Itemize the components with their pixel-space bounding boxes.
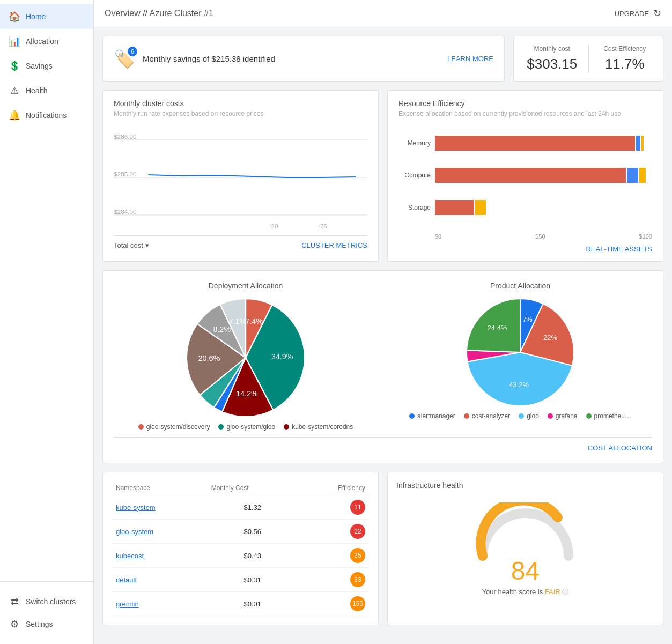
sidebar-item-settings[interactable]: ⚙Settings [9, 613, 85, 635]
ns-name: gloo-system [112, 520, 207, 544]
top-row: 🏷️ 6 Monthly savings of $215.38 identifi… [102, 36, 663, 82]
resource-efficiency-card: Resource Efficiency Expense allocation b… [387, 90, 663, 262]
pie-label: 43.2% [509, 381, 529, 389]
settings-icon: ⚙ [9, 618, 20, 630]
sidebar-item-notifications[interactable]: 🔔Notifications [0, 103, 93, 128]
axis-label-0: $0 [435, 233, 441, 240]
legend-item: gloo-system/gloo [218, 423, 275, 431]
cluster-metrics-link[interactable]: CLUSTER METRICS [301, 241, 367, 249]
efficiency-value: 11.7% [597, 56, 653, 72]
pie-label: 7.4% [245, 317, 263, 325]
axis-label-100: $100 [639, 233, 652, 240]
deployment-allocation-section: Deployment Allocation 7.4%34.9%14.2%20.6… [114, 282, 378, 431]
pie-label: 22% [543, 334, 557, 342]
bar-label: Memory [398, 139, 431, 147]
ns-name: kubecost [112, 544, 207, 568]
ns-cost: $0.31 [207, 568, 298, 592]
upgrade-button[interactable]: UPGRADE [615, 10, 649, 18]
legend-dot [586, 413, 592, 419]
ns-efficiency: 11 [298, 495, 370, 520]
learn-more-link[interactable]: LEARN MORE [447, 55, 493, 63]
ns-efficiency: 35 [298, 544, 370, 568]
sidebar-item-switch-clusters[interactable]: ⇄Switch clusters [9, 590, 85, 613]
table-row: gloo-system $0.56 22 [112, 520, 370, 544]
real-time-link[interactable]: REAL-TIME ASSETS [398, 240, 652, 258]
axis-label-50: $50 [535, 233, 545, 240]
product-pie-chart: 7%22%43.2%24.4% [467, 299, 574, 406]
bar-row-storage: Storage [398, 200, 652, 215]
sidebar-bottom: ⇄Switch clusters⚙Settings [0, 581, 93, 644]
ns-link[interactable]: gremlin [116, 600, 139, 608]
legend-label: grafana [556, 412, 578, 420]
ns-name: kube-system [112, 495, 207, 520]
bar-segment [435, 168, 626, 183]
bar-track [435, 168, 652, 183]
ns-link[interactable]: gloo-system [116, 528, 153, 536]
sidebar-item-savings[interactable]: 💲Savings [0, 54, 93, 78]
health-icon: ⚠ [9, 85, 20, 97]
legend-item: kube-system/coredns [284, 423, 353, 431]
health-gauge-wrap: 84 Your health score is FAIR ⓘ [396, 492, 654, 597]
health-rating: FAIR [545, 588, 560, 596]
savings-badge-wrap: 🏷️ 6 [114, 49, 135, 69]
page-title: Overview // Azure Cluster #1 [105, 9, 213, 18]
dashboard-content: 🏷️ 6 Monthly savings of $215.38 identifi… [94, 27, 672, 634]
legend-item: grafana [548, 412, 578, 420]
allocation-inner: Deployment Allocation 7.4%34.9%14.2%20.6… [114, 282, 652, 431]
svg-text:$284.00: $284.00 [114, 209, 137, 215]
ns-link[interactable]: kube-system [116, 504, 156, 512]
bar-segment [627, 168, 638, 183]
efficiency-badge: 155 [350, 596, 365, 611]
product-allocation-title: Product Allocation [388, 282, 652, 290]
sidebar-nav: 🏠Home📊Allocation💲Savings⚠Health🔔Notifica… [0, 0, 93, 581]
ns-efficiency: 22 [298, 520, 370, 544]
switch-clusters-icon: ⇄ [9, 596, 20, 608]
legend-dot [284, 424, 289, 430]
sidebar-item-allocation[interactable]: 📊Allocation [0, 29, 93, 54]
bottom-row: Namespace Monthly Cost Efficiency kube-s… [102, 472, 663, 625]
resource-bar-chart: MemoryComputeStorage [398, 124, 652, 231]
table-row: kubecost $0.43 35 [112, 544, 370, 568]
ns-link[interactable]: kubecost [116, 552, 144, 560]
main-content: Overview // Azure Cluster #1 UPGRADE ↻ 🏷… [94, 0, 672, 644]
efficiency-badge: 22 [350, 524, 365, 539]
health-info-icon[interactable]: ⓘ [562, 588, 568, 596]
sidebar-item-health[interactable]: ⚠Health [0, 78, 93, 103]
bar-segment [641, 136, 644, 151]
ns-cost: $0.01 [207, 592, 298, 616]
monthly-cost-item: Monthly cost $303.15 [525, 45, 580, 72]
legend-label: alertmanager [417, 412, 455, 420]
bar-label: Storage [398, 204, 431, 211]
pie-label: 34.9% [271, 352, 293, 361]
savings-card: 🏷️ 6 Monthly savings of $215.38 identifi… [102, 36, 505, 82]
line-chart: $286.00 $285.00 $284.00 :20 :25 [114, 124, 367, 231]
pie-label: 24.4% [488, 324, 507, 332]
sidebar-item-home[interactable]: 🏠Home [0, 4, 93, 29]
deployment-pie-chart: 7.4%34.9%14.2%20.6%8.2%7.1% [187, 299, 305, 417]
total-cost-dropdown[interactable]: Total cost ▾ [114, 241, 149, 249]
legend-label: gloo-system/gloo [226, 423, 275, 431]
cluster-cost-card: Monthly cluster costs Monthly run rate e… [102, 90, 379, 262]
cost-divider [588, 45, 589, 72]
legend-dot [548, 413, 553, 419]
legend-label: prometheu… [594, 412, 631, 420]
legend-dot [464, 413, 469, 419]
svg-text:$285.00: $285.00 [114, 171, 137, 177]
legend-item: alertmanager [409, 412, 455, 420]
product-pie-wrap: 7%22%43.2%24.4% [388, 299, 652, 406]
savings-text: Monthly savings of $215.38 identified [143, 54, 440, 63]
health-score: 84 [511, 556, 540, 586]
efficiency-badge: 33 [350, 572, 365, 587]
legend-item: prometheu… [586, 412, 631, 420]
table-row: gremlin $0.01 155 [112, 592, 370, 616]
table-row: kube-system $1.32 11 [112, 495, 370, 520]
col-monthly-cost: Monthly Cost [207, 481, 298, 495]
resource-subtitle: Expense allocation based on currently pr… [398, 110, 652, 117]
refresh-icon[interactable]: ↻ [653, 8, 661, 19]
svg-text:$286.00: $286.00 [114, 134, 137, 140]
ns-efficiency: 155 [298, 592, 370, 616]
cost-allocation-link[interactable]: COST ALLOCATION [588, 444, 652, 452]
svg-text::20: :20 [269, 223, 278, 230]
ns-link[interactable]: default [116, 576, 137, 584]
sidebar-label-health: Health [26, 86, 47, 95]
